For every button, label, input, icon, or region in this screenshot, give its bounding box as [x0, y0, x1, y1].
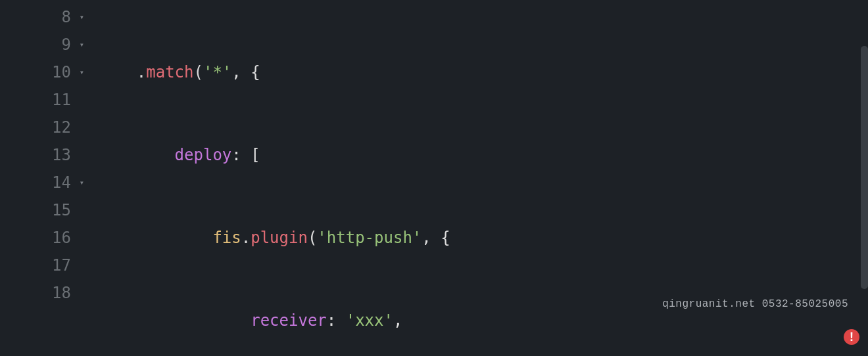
code-line: deploy: [	[99, 141, 860, 169]
watermark-text: qingruanit.net 0532-85025005	[662, 290, 848, 318]
code-line: fis.plugin('http-push', {	[99, 224, 860, 252]
fold-icon[interactable]: ▾	[75, 169, 84, 196]
code-line: .match('*', {	[99, 58, 860, 86]
line-number: 16	[0, 224, 84, 252]
fold-icon[interactable]: ▾	[75, 58, 84, 86]
line-number: 17	[0, 252, 84, 279]
gutter: 8▾ 9▾ 10▾ 11 12 13 14▾ 15 16 17 18	[0, 0, 99, 356]
line-number: 13	[0, 141, 84, 169]
fold-icon[interactable]: ▾	[75, 3, 84, 31]
line-number: 15	[0, 196, 84, 224]
scrollbar-thumb[interactable]	[861, 46, 868, 289]
line-number: 8▾	[0, 3, 84, 31]
line-number: 9▾	[0, 31, 84, 58]
error-icon[interactable]: !	[844, 329, 859, 345]
line-number: 12	[0, 114, 84, 141]
line-number: 10▾	[0, 58, 84, 86]
line-number: 14▾	[0, 169, 84, 196]
line-number: 18	[0, 279, 84, 307]
fold-icon[interactable]: ▾	[75, 31, 84, 58]
line-number: 11	[0, 86, 84, 114]
